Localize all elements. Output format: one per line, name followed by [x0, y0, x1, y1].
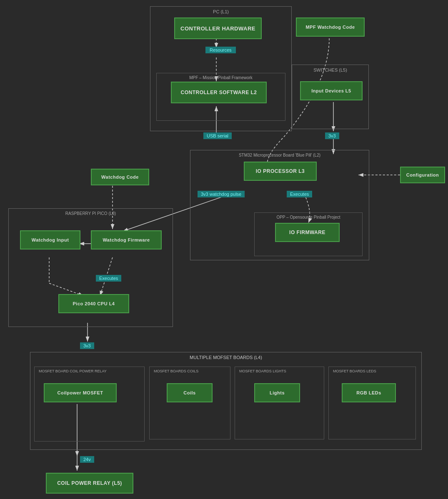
- coil-power-relay-box: COIL POWER RELAY (L5): [46, 473, 133, 494]
- mosfet-leds-label: MOSFET BOARDS LEDS: [333, 369, 376, 373]
- mosfet-coils-label: MOSFET BOARDS COILS: [154, 369, 198, 373]
- pc-label: PC (L1): [213, 9, 229, 14]
- rgb-leds-box: RGB LEDs: [342, 383, 396, 402]
- watchdog-firmware-box: Watchdog Firmware: [91, 230, 162, 250]
- 24v-label: 24v: [80, 456, 94, 463]
- pico-cpu-box: Pico 2040 CPU L4: [58, 294, 129, 313]
- coils-box: Coils: [167, 383, 213, 402]
- mosfet-leds-container: MOSFET BOARDS LEDS: [328, 367, 416, 439]
- 3v3-bottom-label: 3v3: [80, 342, 94, 349]
- watchdog-code-box: Watchdog Code: [91, 169, 149, 185]
- controller-software-box: CONTROLLER SOFTWARE L2: [171, 82, 267, 103]
- mpf-watchdog-code-box: MPF Watchdog Code: [296, 17, 365, 37]
- opp-label: OPP – Opensource Pinball Project: [276, 215, 340, 220]
- coilpower-mosfet-box: Coilpower MOSFET: [44, 383, 117, 402]
- io-firmware-box: IO FIRMWARE: [275, 223, 340, 242]
- input-devices-box: Input Devices L5: [300, 81, 363, 100]
- mosfet-coil-relay-container: MOSFET BOARD COIL POWER RELAY: [34, 367, 145, 442]
- 3v3-top-label: 3v3: [325, 132, 339, 139]
- executes-pico-label: Executes: [96, 275, 121, 282]
- stm32-label: STM32 Microprocessor Board 'Blue Pill' (…: [239, 153, 320, 157]
- executes-opp-label: Executes: [287, 191, 312, 197]
- io-processor-box: IO PROCESSOR L3: [244, 162, 317, 181]
- mpf-label: MPF – Mission Pinball Framework: [189, 75, 253, 80]
- mosfet-lights-container: MOSFET BOARDS LIGHTS: [235, 367, 324, 439]
- resources-label: Resources: [205, 47, 236, 53]
- lights-box: Lights: [254, 383, 300, 402]
- usb-serial-label: USB serial: [203, 132, 232, 139]
- configuration-box: Configuration: [400, 167, 445, 183]
- mosfet-coils-container: MOSFET BOARDS COILS: [149, 367, 230, 439]
- 3v3-watchdog-label: 3v3 watchdog pulse: [198, 191, 245, 197]
- controller-hardware-box: CONTROLLER HARDWARE: [174, 17, 262, 39]
- mosfet-boards-label: MULTIPLE MOFSET BOARDS (L4): [190, 355, 262, 360]
- switches-label: SWITCHES (L5): [313, 67, 347, 72]
- mosfet-lights-label: MOSFET BOARDS LIGHTS: [239, 369, 286, 373]
- watchdog-input-box: Watchdog Input: [20, 230, 80, 250]
- mosfet-coil-relay-label: MOSFET BOARD COIL POWER RELAY: [39, 369, 107, 373]
- raspberry-label: RASPBERRY PI PICO (L3): [65, 211, 116, 216]
